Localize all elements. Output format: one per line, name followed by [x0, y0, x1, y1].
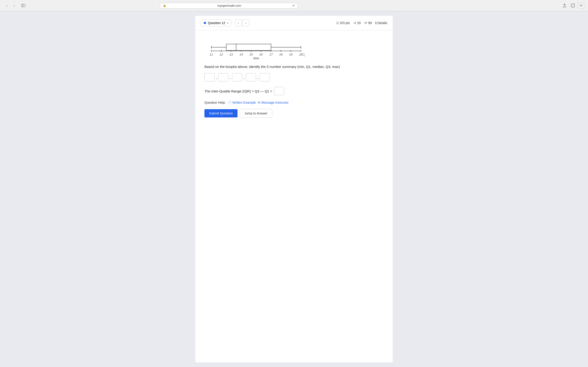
svg-text:12: 12	[220, 53, 223, 56]
envelope-icon: ✉	[258, 101, 260, 104]
svg-text:15: 15	[250, 53, 253, 56]
retry-badge: ⟳ 99	[364, 21, 372, 25]
svg-text:11: 11	[210, 53, 213, 56]
details-button[interactable]: ℹ Details	[375, 21, 387, 25]
five-number-summary-row: , , , ,	[204, 73, 384, 81]
prev-question-button[interactable]: ‹	[235, 19, 242, 26]
tries-value: 20	[357, 21, 361, 25]
browser-chrome: ‹ › 🔒 myopenmath.com ↺ +	[0, 0, 588, 11]
q1-input[interactable]	[218, 73, 228, 81]
new-tab-button[interactable]: +	[578, 2, 584, 9]
boxplot-container: 11 12 13 14 15 16 17 18 19 20 data	[204, 37, 305, 60]
details-label: Details	[377, 21, 387, 25]
share-button[interactable]	[561, 2, 568, 9]
svg-rect-2	[571, 4, 574, 7]
svg-text:19: 19	[289, 53, 292, 56]
svg-rect-1	[22, 4, 25, 7]
question-dropdown[interactable]: Question 12 ▾	[201, 19, 231, 26]
tries-icon: ↺	[354, 21, 356, 25]
boxplot-svg: 11 12 13 14 15 16 17 18 19 20 data	[204, 37, 305, 60]
question-text: Based on the boxplot above, identify the…	[204, 65, 384, 69]
question-nav-arrows: ‹ ›	[235, 19, 249, 26]
question-body: 11 12 13 14 15 16 17 18 19 20 data	[195, 30, 393, 125]
tries-badge: ↺ 20	[354, 21, 361, 25]
lock-icon: 🔒	[163, 4, 166, 7]
svg-text:14: 14	[240, 53, 243, 56]
back-button[interactable]: ‹	[4, 2, 10, 9]
question-help: Question Help: 📄 Written Example ✉ Messa…	[204, 101, 384, 104]
zoom-icon[interactable]	[301, 53, 305, 58]
header-right: ☑ 0/3 pts ↺ 20 ⟳ 99 ℹ Details	[336, 21, 387, 25]
question-label: Question 12	[208, 21, 225, 25]
jump-to-answer-button[interactable]: Jump to Answer	[240, 109, 272, 118]
iqr-input[interactable]	[274, 87, 284, 95]
question-header: Question 12 ▾ ‹ › ☑ 0/3 pts ↺ 20 ⟳	[195, 16, 393, 30]
q3-input[interactable]	[246, 73, 256, 81]
question-status-dot	[204, 22, 206, 24]
comma-1: ,	[216, 75, 217, 79]
document-icon: 📄	[228, 101, 232, 104]
min-input[interactable]	[204, 73, 215, 81]
pts-value: 0/3 pts	[340, 21, 350, 25]
comma-3: ,	[243, 75, 244, 79]
svg-rect-27	[226, 44, 271, 50]
help-label: Question Help:	[204, 101, 226, 104]
svg-line-32	[304, 56, 305, 56]
nav-buttons: ‹ ›	[4, 2, 17, 9]
button-row: Submit Question Jump to Answer	[204, 109, 384, 118]
info-icon: ℹ	[375, 21, 376, 25]
svg-text:17: 17	[269, 53, 273, 56]
comma-2: ,	[230, 75, 231, 79]
retry-icon: ⟳	[364, 21, 367, 25]
iqr-label: The Inter-Quatile Range (IQR) = Q3 — Q1 …	[204, 89, 272, 93]
svg-text:13: 13	[229, 53, 233, 56]
forward-button[interactable]: ›	[11, 2, 17, 9]
written-example-label: Written Example	[233, 101, 256, 104]
next-question-button[interactable]: ›	[242, 19, 249, 26]
svg-text:data: data	[253, 56, 259, 60]
address-bar: 🔒 myopenmath.com ↺	[160, 3, 298, 8]
svg-text:16: 16	[259, 53, 263, 56]
url-text: myopenmath.com	[168, 4, 290, 7]
comma-4: ,	[258, 75, 258, 79]
median-input[interactable]	[232, 73, 242, 81]
svg-rect-0	[22, 4, 23, 7]
max-input[interactable]	[260, 73, 270, 81]
retry-value: 99	[368, 21, 372, 25]
pts-badge: ☑ 0/3 pts	[336, 21, 350, 25]
main-wrapper: Question 12 ▾ ‹ › ☑ 0/3 pts ↺ 20 ⟳	[0, 11, 588, 367]
message-instructor-link[interactable]: ✉ Message instructor	[258, 101, 288, 104]
reload-button[interactable]: ↺	[292, 4, 295, 7]
iqr-row: The Inter-Quatile Range (IQR) = Q3 — Q1 …	[204, 87, 384, 95]
svg-text:18: 18	[279, 53, 283, 56]
content-panel: Question 12 ▾ ‹ › ☑ 0/3 pts ↺ 20 ⟳	[195, 16, 393, 362]
question-selector: Question 12 ▾ ‹ ›	[201, 19, 249, 26]
add-tab-button[interactable]	[570, 2, 576, 9]
browser-actions: +	[561, 2, 584, 9]
submit-question-button[interactable]: Submit Question	[204, 109, 237, 117]
written-example-link[interactable]: 📄 Written Example	[228, 101, 256, 104]
dropdown-chevron-icon: ▾	[227, 22, 228, 24]
message-instructor-label: Message instructor	[261, 101, 288, 104]
sidebar-toggle[interactable]	[20, 2, 27, 9]
pts-icon: ☑	[336, 21, 339, 25]
